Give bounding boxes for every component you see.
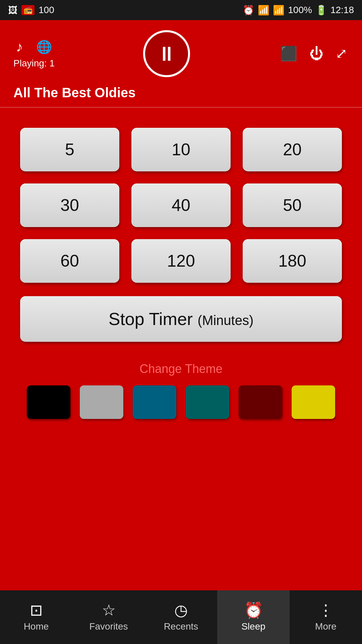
stop-timer-button[interactable]: Stop Timer (Minutes) bbox=[20, 296, 342, 342]
battery-label: 100% bbox=[288, 5, 312, 15]
right-controls: ⬛ ⏻ ⤢ bbox=[279, 45, 349, 62]
timer-40-button[interactable]: 40 bbox=[131, 183, 231, 227]
stop-timer-label: Stop Timer bbox=[109, 309, 198, 329]
timer-10-button[interactable]: 10 bbox=[131, 128, 231, 171]
controls-row: ♪ 🌐 Playing: 1 ⏸ ⬛ ⏻ ⤢ bbox=[13, 30, 349, 77]
top-bar: ♪ 🌐 Playing: 1 ⏸ ⬛ ⏻ ⤢ All The Best Oldi… bbox=[0, 20, 362, 107]
nav-more[interactable]: ⋮ More bbox=[290, 590, 362, 644]
timer-30-button[interactable]: 30 bbox=[20, 183, 119, 227]
bottom-nav: ⊡ Home ☆ Favorites ◷ Recents ⏰ Sleep ⋮ M… bbox=[0, 590, 362, 644]
nav-favorites-label: Favorites bbox=[89, 621, 128, 632]
theme-yellow-button[interactable] bbox=[292, 385, 335, 419]
share-button[interactable]: ⤢ bbox=[334, 45, 349, 62]
nav-home-label: Home bbox=[24, 621, 49, 632]
station-title: All The Best Oldies bbox=[13, 85, 349, 100]
pause-button[interactable]: ⏸ bbox=[143, 30, 190, 77]
theme-colors bbox=[27, 385, 335, 419]
timer-grid: 5 10 20 30 40 50 60 120 180 bbox=[20, 128, 342, 283]
timer-50-button[interactable]: 50 bbox=[243, 183, 342, 227]
nav-sleep-label: Sleep bbox=[241, 621, 265, 632]
photo-icon: 🖼 bbox=[8, 5, 17, 16]
favorites-icon: ☆ bbox=[102, 602, 116, 618]
nav-recents[interactable]: ◷ Recents bbox=[145, 590, 217, 644]
radio-icon: 📻 bbox=[21, 5, 35, 15]
timer-5-button[interactable]: 5 bbox=[20, 128, 119, 171]
nav-home[interactable]: ⊡ Home bbox=[0, 590, 72, 644]
status-bar: 🖼 📻 100 ⏰ 📶 📶 100% 🔋 12:18 bbox=[0, 0, 362, 20]
home-icon: ⊡ bbox=[30, 602, 43, 618]
power-button[interactable]: ⏻ bbox=[308, 45, 325, 62]
more-icon: ⋮ bbox=[318, 602, 334, 618]
nav-more-label: More bbox=[315, 621, 337, 632]
theme-teal-button[interactable] bbox=[186, 385, 229, 419]
stop-timer-suffix: (Minutes) bbox=[198, 313, 254, 328]
nav-recents-label: Recents bbox=[164, 621, 198, 632]
theme-blue-button[interactable] bbox=[133, 385, 176, 419]
battery-icon: 🔋 bbox=[315, 5, 327, 16]
alarm-icon: ⏰ bbox=[243, 5, 254, 16]
main-content: 5 10 20 30 40 50 60 120 180 Stop Timer (… bbox=[0, 108, 362, 590]
left-icons: ♪ 🌐 bbox=[14, 39, 53, 55]
timer-60-button[interactable]: 60 bbox=[20, 239, 119, 283]
wifi-icon: 📶 bbox=[258, 5, 269, 16]
status-left: 🖼 📻 100 bbox=[8, 5, 54, 16]
timer-120-button[interactable]: 120 bbox=[131, 239, 231, 283]
time-display: 12:18 bbox=[330, 5, 354, 15]
nav-sleep[interactable]: ⏰ Sleep bbox=[217, 590, 290, 644]
nav-favorites[interactable]: ☆ Favorites bbox=[72, 590, 145, 644]
timer-20-button[interactable]: 20 bbox=[243, 128, 342, 171]
globe-button[interactable]: 🌐 bbox=[35, 39, 53, 55]
change-theme-label: Change Theme bbox=[139, 362, 223, 376]
theme-darkred-button[interactable] bbox=[239, 385, 282, 419]
signal-strength: 100 bbox=[39, 5, 54, 15]
sleep-icon: ⏰ bbox=[244, 602, 263, 618]
playing-label: Playing: 1 bbox=[13, 58, 55, 69]
pause-icon: ⏸ bbox=[157, 42, 177, 65]
signal-bars: 📶 bbox=[273, 5, 285, 16]
theme-black-button[interactable] bbox=[27, 385, 70, 419]
music-note-button[interactable]: ♪ bbox=[14, 39, 24, 55]
left-controls: ♪ 🌐 Playing: 1 bbox=[13, 39, 55, 69]
status-right: ⏰ 📶 📶 100% 🔋 12:18 bbox=[243, 5, 354, 16]
timer-180-button[interactable]: 180 bbox=[243, 239, 342, 283]
recents-icon: ◷ bbox=[174, 602, 188, 618]
theme-gray-button[interactable] bbox=[80, 385, 123, 419]
stop-button[interactable]: ⬛ bbox=[279, 45, 299, 62]
